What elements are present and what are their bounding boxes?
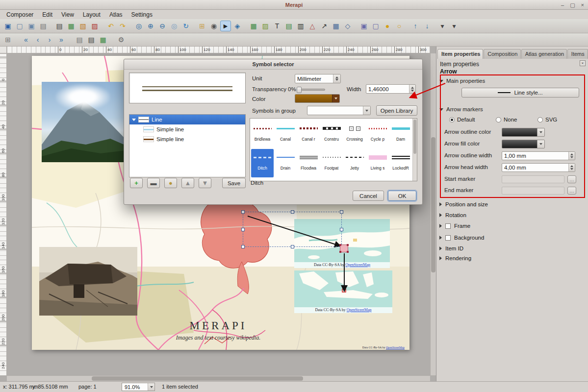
end-marker-input[interactable] bbox=[502, 187, 564, 195]
tree-item-simple-line-2[interactable]: Simple line bbox=[129, 134, 245, 144]
symbol-locked-road[interactable]: LockedR bbox=[389, 149, 412, 177]
add-label-icon[interactable]: T bbox=[272, 21, 282, 31]
tab-atlas-generation[interactable]: Atlas generation bbox=[521, 49, 567, 59]
symbol-living-street[interactable]: Living s bbox=[366, 149, 389, 177]
openstreetmap-link[interactable]: OpenStreetMap bbox=[347, 308, 372, 312]
end-marker-browse-button[interactable]: … bbox=[567, 187, 576, 195]
duplicate-composer-icon[interactable]: ▣ bbox=[26, 21, 37, 31]
marker-svg-radio[interactable]: SVG bbox=[537, 117, 557, 122]
ungroup-items-icon[interactable]: ▢ bbox=[370, 21, 381, 31]
transparency-slider[interactable] bbox=[297, 89, 325, 91]
selected-item-bounds[interactable] bbox=[243, 212, 342, 247]
group-items-icon[interactable]: ▣ bbox=[358, 21, 369, 31]
symbol-canal-r[interactable]: Canal r bbox=[297, 120, 320, 148]
menu-layout[interactable]: Layout bbox=[78, 10, 105, 19]
selection-handle[interactable] bbox=[241, 210, 245, 214]
add-arrow-icon[interactable]: ↗ bbox=[319, 21, 330, 31]
dialog-titlebar[interactable]: Symbol selector bbox=[124, 59, 422, 70]
horizontal-ruler[interactable]: 0204060801001201401601802002202402602803… bbox=[7, 47, 430, 53]
atlas-last-feature-icon[interactable]: » bbox=[56, 34, 67, 45]
section-rotation[interactable]: Rotation bbox=[439, 212, 466, 218]
section-position-and-size[interactable]: Position and size bbox=[439, 201, 488, 207]
arrow-node-marker[interactable] bbox=[340, 245, 348, 252]
save-symbol-button[interactable]: Save bbox=[222, 178, 246, 188]
menu-settings[interactable]: Settings bbox=[127, 10, 157, 19]
symbol-jetty[interactable]: Jetty bbox=[343, 149, 366, 177]
frame-checkbox[interactable] bbox=[445, 223, 451, 229]
workspace-horizontal-scrollbar[interactable] bbox=[7, 375, 430, 381]
width-input[interactable]: 1,46000 bbox=[366, 84, 416, 94]
composer-manager-icon[interactable]: ▤ bbox=[38, 21, 49, 31]
section-background[interactable]: Background bbox=[439, 235, 484, 241]
tab-items[interactable]: Items bbox=[567, 49, 588, 59]
openstreetmap-link[interactable]: OpenStreetMap bbox=[386, 346, 405, 349]
arrow-outline-color-button[interactable] bbox=[502, 128, 545, 137]
selection-handle[interactable] bbox=[241, 245, 245, 248]
background-checkbox[interactable] bbox=[445, 235, 451, 241]
maximize-icon[interactable]: ▢ bbox=[570, 2, 575, 8]
menu-view[interactable]: View bbox=[57, 10, 78, 19]
menu-atlas[interactable]: Atlas bbox=[105, 10, 127, 19]
select-move-item-icon[interactable]: ► bbox=[220, 21, 231, 31]
refresh-view-icon[interactable]: ↻ bbox=[180, 21, 191, 31]
arrow-markers-header[interactable]: Arrow markers bbox=[439, 106, 483, 112]
zoom-out-icon[interactable]: ⊖ bbox=[157, 21, 168, 31]
save-project-icon[interactable]: ▣ bbox=[2, 21, 13, 31]
section-frame[interactable]: Frame bbox=[439, 223, 470, 229]
symbol-cycle-path[interactable]: Cycle p bbox=[366, 120, 389, 148]
atlas-previous-feature-icon[interactable]: ‹ bbox=[32, 34, 43, 45]
menu-edit[interactable]: Edit bbox=[38, 10, 57, 19]
arrow-outline-width-input[interactable]: 1,00 mm bbox=[502, 151, 575, 160]
atlas-settings-icon[interactable]: ⚙ bbox=[116, 34, 127, 45]
add-html-icon[interactable]: ◇ bbox=[342, 21, 353, 31]
tab-composition[interactable]: Composition bbox=[484, 49, 520, 59]
export-svg-icon[interactable]: ▧ bbox=[77, 21, 88, 31]
marker-none-radio[interactable]: None bbox=[496, 117, 517, 122]
zoom-full-icon[interactable]: ◎ bbox=[133, 21, 144, 31]
chevron-down-icon[interactable] bbox=[537, 140, 544, 148]
tree-item-simple-line-1[interactable]: Simple line bbox=[129, 124, 245, 134]
selection-handle[interactable] bbox=[340, 210, 343, 214]
slider-handle[interactable] bbox=[297, 87, 302, 93]
distribute-dropdown-icon[interactable]: ▾ bbox=[449, 21, 460, 31]
select-grid-icon[interactable]: ⊞ bbox=[2, 34, 13, 45]
align-dropdown-icon[interactable]: ▾ bbox=[437, 21, 448, 31]
arrow-head-width-input[interactable]: 4,00 mm bbox=[502, 163, 575, 172]
redo-icon[interactable]: ↷ bbox=[117, 21, 128, 31]
section-rendering[interactable]: Rendering bbox=[439, 255, 471, 261]
symbol-ditch[interactable]: Ditch bbox=[251, 149, 274, 177]
add-scalebar-icon[interactable]: ▥ bbox=[295, 21, 306, 31]
symbol-floodway[interactable]: Floodwa bbox=[297, 149, 320, 177]
atlas-export-icon[interactable]: ▦ bbox=[98, 34, 108, 45]
add-legend-icon[interactable]: ▤ bbox=[283, 21, 294, 31]
start-marker-browse-button[interactable]: … bbox=[567, 175, 576, 183]
zoom-tool-icon[interactable]: ◉ bbox=[208, 21, 219, 31]
panel-close-icon[interactable]: × bbox=[580, 60, 586, 66]
volcano-photo[interactable] bbox=[42, 82, 126, 162]
atlas-preview-icon[interactable]: ▤ bbox=[74, 34, 85, 45]
symbol-footpath[interactable]: Footpat bbox=[320, 149, 343, 177]
open-library-button[interactable]: Open Library bbox=[376, 105, 417, 116]
atlas-next-feature-icon[interactable]: › bbox=[44, 34, 55, 45]
vertical-ruler[interactable]: 020406080100120140160180200220240 bbox=[0, 53, 7, 375]
unit-select[interactable]: Millimeter bbox=[295, 74, 341, 83]
tab-item-properties[interactable]: Item properties bbox=[437, 49, 483, 59]
inset-map-indonesia[interactable]: Data CC-By-SA by OpenStreetMap bbox=[294, 270, 392, 313]
window-titlebar[interactable]: Merapi – ▢ × bbox=[0, 0, 588, 10]
pan-icon[interactable]: ⊞ bbox=[197, 21, 207, 31]
title-label-item[interactable]: MERAPI Images and text courtesy wikipedi… bbox=[157, 319, 280, 342]
zoom-last-icon[interactable]: ◎ bbox=[169, 21, 179, 31]
symbol-dam[interactable]: Dam bbox=[389, 120, 412, 148]
zoom-in-icon[interactable]: ⊕ bbox=[145, 21, 156, 31]
export-image-icon[interactable]: ▦ bbox=[66, 21, 77, 31]
selection-handle[interactable] bbox=[241, 228, 245, 231]
marker-default-radio[interactable]: Default bbox=[449, 117, 475, 122]
workspace-vertical-scrollbar[interactable] bbox=[430, 53, 436, 375]
symbols-group-select[interactable] bbox=[307, 106, 371, 115]
ok-button[interactable]: OK bbox=[388, 191, 416, 201]
selection-handle[interactable] bbox=[291, 210, 294, 214]
style-manager-button[interactable]: ▬ bbox=[147, 178, 160, 188]
spinner-arrows-icon[interactable] bbox=[568, 152, 575, 160]
zoom-level-select[interactable]: 91.0% bbox=[122, 383, 155, 391]
symbol-color-button[interactable] bbox=[295, 94, 340, 103]
